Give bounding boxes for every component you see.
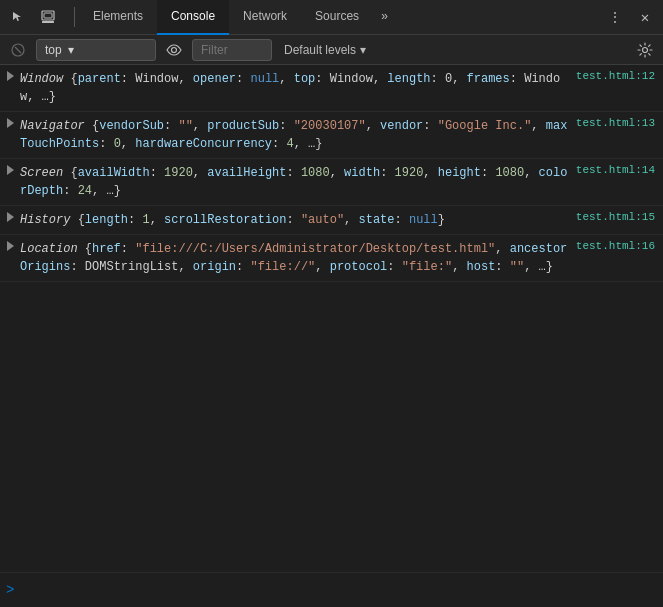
- more-options-button[interactable]: ⋮: [601, 3, 629, 31]
- prompt-arrow-icon: >: [6, 582, 14, 598]
- entry-expand-arrow[interactable]: [0, 209, 20, 231]
- cursor-icon[interactable]: [4, 3, 32, 31]
- console-settings-button[interactable]: [633, 38, 657, 62]
- entry-expand-arrow[interactable]: [0, 238, 20, 278]
- entry-location[interactable]: test.html:12: [572, 68, 663, 82]
- entry-location[interactable]: test.html:13: [572, 115, 663, 129]
- svg-rect-2: [44, 13, 52, 18]
- entry-location[interactable]: test.html:15: [572, 209, 663, 223]
- close-devtools-button[interactable]: ✕: [631, 3, 659, 31]
- dev-tools-tabs: Elements Console Network Sources »: [79, 0, 601, 34]
- inspect-icon[interactable]: [34, 3, 62, 31]
- entry-content: Location {href: "file:///C:/Users/Admini…: [20, 238, 572, 278]
- console-output: Window {parent: Window, opener: null, to…: [0, 65, 663, 572]
- entry-content: Window {parent: Window, opener: null, to…: [20, 68, 572, 108]
- tab-bar-divider: [74, 7, 75, 27]
- context-selector[interactable]: top ▾: [36, 39, 156, 61]
- entry-content: History {length: 1, scrollRestoration: "…: [20, 209, 572, 231]
- svg-rect-1: [42, 21, 54, 23]
- tab-console[interactable]: Console: [157, 0, 229, 35]
- console-prompt: >: [0, 572, 663, 607]
- tab-sources[interactable]: Sources: [301, 0, 373, 35]
- log-levels-selector[interactable]: Default levels ▾: [278, 39, 372, 61]
- tab-elements[interactable]: Elements: [79, 0, 157, 35]
- tab-icon-group: [4, 3, 62, 31]
- tab-actions: ⋮ ✕: [601, 3, 659, 31]
- entry-content: Navigator {vendorSub: "", productSub: "2…: [20, 115, 572, 155]
- filter-input[interactable]: [192, 39, 272, 61]
- tab-network[interactable]: Network: [229, 0, 301, 35]
- tab-bar: Elements Console Network Sources » ⋮ ✕: [0, 0, 663, 35]
- clear-console-button[interactable]: [6, 38, 30, 62]
- svg-point-6: [643, 47, 648, 52]
- entry-expand-arrow[interactable]: [0, 162, 20, 202]
- svg-point-5: [172, 47, 177, 52]
- console-entry: Location {href: "file:///C:/Users/Admini…: [0, 235, 663, 282]
- console-toolbar: top ▾ Default levels ▾: [0, 35, 663, 65]
- console-entry: Window {parent: Window, opener: null, to…: [0, 65, 663, 112]
- entry-location[interactable]: test.html:16: [572, 238, 663, 252]
- console-input[interactable]: [20, 577, 657, 603]
- entry-content: Screen {availWidth: 1920, availHeight: 1…: [20, 162, 572, 202]
- filter-eye-button[interactable]: [162, 38, 186, 62]
- console-entry: Navigator {vendorSub: "", productSub: "2…: [0, 112, 663, 159]
- more-tabs-button[interactable]: »: [373, 0, 396, 35]
- entry-location[interactable]: test.html:14: [572, 162, 663, 176]
- console-entry: Screen {availWidth: 1920, availHeight: 1…: [0, 159, 663, 206]
- svg-line-4: [15, 47, 21, 53]
- console-entry: History {length: 1, scrollRestoration: "…: [0, 206, 663, 235]
- entry-expand-arrow[interactable]: [0, 115, 20, 155]
- entry-expand-arrow[interactable]: [0, 68, 20, 108]
